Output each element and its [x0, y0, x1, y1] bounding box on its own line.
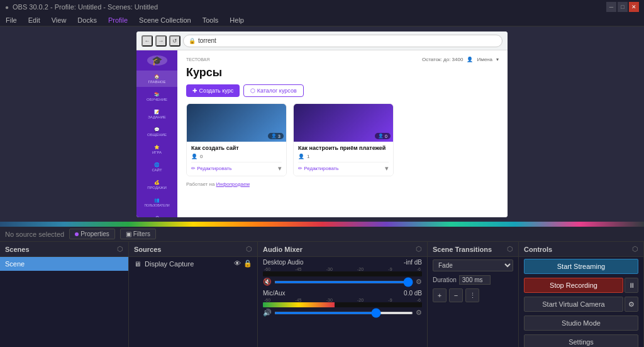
create-course-button[interactable]: ✚ Создать курс [186, 84, 240, 97]
source-label: No source selected [5, 230, 64, 238]
menu-bar: File Edit View Docks Profile Scene Colle… [0, 14, 644, 26]
browser-area: ← → ↺ 🔒 torrent 🎓 🏠 ГЛАВНОЕ 📚 [0, 26, 644, 222]
menu-edit[interactable]: Edit [26, 16, 42, 25]
transition-settings-button[interactable]: ⋮ [465, 288, 479, 302]
pause-recording-button[interactable]: ⏸ [625, 278, 638, 293]
minimize-button[interactable]: ─ [606, 2, 616, 12]
course-1-expand[interactable]: ▾ [278, 164, 282, 173]
mic-audio-controls: 🔊 ⚙ [263, 309, 422, 317]
sidebar-item-main[interactable]: 🏠 ГЛАВНОЕ [136, 71, 177, 87]
course-card-1-stats: 👤 0 [191, 154, 282, 159]
window-controls: ─ □ ✕ [606, 2, 639, 12]
menu-tools[interactable]: Tools [201, 16, 221, 25]
desktop-settings-icon[interactable]: ⚙ [416, 278, 422, 286]
remove-transition-button[interactable]: − [449, 288, 463, 302]
add-transition-button[interactable]: + [433, 288, 447, 302]
course-card-2-stats: 👤 1 [298, 154, 389, 159]
course-card-2-overlay: 👤 0 [375, 133, 391, 139]
course-1-students: 3 [278, 134, 280, 139]
transitions-panel: Scene Transitions ⬡ Fade Duration + − ⋮ [428, 242, 519, 347]
menu-help[interactable]: Help [228, 16, 246, 25]
sidebar-label-site: САЙТ [152, 168, 162, 172]
browser-forward[interactable]: → [155, 35, 167, 47]
course-1-edit[interactable]: ✏ Редактировать [191, 166, 231, 171]
sidebar-label-tasks: ЗАДАНИЕ [148, 115, 166, 119]
course-card-1: 👤 3 Как создать сайт 👤 0 ✏ Редакти [186, 103, 287, 176]
user-dropdown-icon[interactable]: ▾ [496, 57, 499, 62]
sidebar-item-users[interactable]: 👥 ПОЛЬЗОВАТЕЛИ [136, 194, 177, 210]
audio-collapse-icon[interactable]: ⬡ [416, 245, 422, 253]
menu-file[interactable]: File [4, 16, 19, 25]
controls-panel-header: Controls ⬡ [519, 242, 643, 257]
user-avatar: 👤 [467, 57, 473, 62]
url-bar[interactable]: 🔒 torrent [183, 35, 502, 47]
desktop-mute-icon[interactable]: 🔇 [263, 278, 272, 286]
course-card-1-actions: ✏ Редактировать ▾ [191, 162, 282, 173]
sidebar-item-education[interactable]: 📚 ОБУЧЕНИЕ [136, 88, 177, 105]
sidebar-item-tasks[interactable]: 📝 ЗАДАНИЕ [136, 106, 177, 122]
sidebar-item-game[interactable]: ⭐ ИГРА [136, 141, 177, 157]
properties-dot-icon [75, 232, 79, 236]
course-2-expand[interactable]: ▾ [385, 164, 389, 173]
course-card-1-body: Как создать сайт 👤 0 ✏ Редактировать ▾ [187, 142, 286, 176]
scene-item-scene[interactable]: Scene [0, 257, 128, 271]
course-2-edit[interactable]: ✏ Редактировать [298, 166, 338, 171]
browser-back[interactable]: ← [142, 35, 153, 47]
catalog-courses-button[interactable]: ⬡ Каталог курсов [243, 84, 304, 97]
platform-content: 🎓 🏠 ГЛАВНОЕ 📚 ОБУЧЕНИЕ 📝 ЗАДАНИЕ 💬 ОБЩЕН… [136, 50, 508, 217]
menu-docks[interactable]: Docks [75, 16, 99, 25]
maximize-button[interactable]: □ [618, 2, 628, 12]
audio-panel-header: Audio Mixer ⬡ [258, 242, 427, 257]
source-item-icons: 👁 🔒 [234, 259, 252, 268]
studio-mode-button[interactable]: Studio Mode [524, 316, 638, 331]
scenes-collapse-icon[interactable]: ⬡ [117, 245, 123, 253]
sidebar-item-site[interactable]: 🌐 САЙТ [136, 159, 177, 175]
source-item-display[interactable]: 🖥 Display Capture 👁 🔒 [129, 257, 257, 270]
duration-label: Duration [433, 276, 457, 283]
virtual-camera-row: Start Virtual Camera ⚙ [524, 297, 638, 312]
controls-panel: Controls ⬡ Start Streaming Stop Recordin… [519, 242, 644, 347]
filters-button[interactable]: ▣ Filters [120, 229, 156, 239]
platform-logo: 🎓 [147, 55, 167, 65]
sources-list: 🖥 Display Capture 👁 🔒 [129, 257, 257, 347]
sources-panel-header: Sources ⬡ [129, 242, 257, 257]
close-button[interactable]: ✕ [629, 2, 639, 12]
menu-profile[interactable]: Profile [106, 16, 130, 25]
sources-collapse-icon[interactable]: ⬡ [246, 245, 252, 253]
desktop-volume-slider[interactable] [274, 281, 413, 283]
virtual-camera-button[interactable]: Start Virtual Camera [524, 297, 623, 312]
controls-collapse-icon[interactable]: ⬡ [632, 245, 638, 253]
course-2-students: 0 [385, 134, 387, 139]
start-streaming-button[interactable]: Start Streaming [524, 259, 638, 274]
sidebar-label-users: ПОЛЬЗОВАТЕЛИ [144, 203, 169, 207]
url-text: torrent [198, 37, 216, 44]
browser-refresh[interactable]: ↺ [169, 35, 180, 47]
course-card-1-image: 👤 3 [187, 104, 286, 142]
platform-footer-link[interactable]: Инфопродаем [216, 181, 250, 187]
audio-track-desktop-header: Desktop Audio -inf dB [263, 259, 422, 266]
source-eye-icon[interactable]: 👁 [234, 259, 241, 268]
menu-view[interactable]: View [50, 16, 69, 25]
sidebar-item-sales[interactable]: 💰 ПРОДАЖИ [136, 176, 177, 193]
settings-button[interactable]: Settings [524, 334, 638, 347]
duration-input[interactable] [459, 275, 491, 285]
transitions-collapse-icon[interactable]: ⬡ [507, 245, 513, 253]
virtual-camera-settings-button[interactable]: ⚙ [625, 297, 638, 312]
sidebar-label-main: ГЛАВНОЕ [148, 80, 166, 84]
menu-scene-collection[interactable]: Scene Collection [137, 16, 193, 25]
stop-recording-button[interactable]: Stop Recording [524, 278, 623, 293]
desktop-meter-bar [263, 271, 422, 276]
transition-type-select[interactable]: Fade [433, 259, 513, 271]
sidebar-item-chat[interactable]: 💬 ОБЩЕНИЕ [136, 123, 177, 140]
course-card-2-body: Как настроить приём платежей 👤 1 ✏ Редак… [294, 142, 393, 176]
mic-mute-icon[interactable]: 🔊 [263, 309, 272, 317]
mic-audio-db: 0.0 dB [404, 290, 422, 297]
source-lock-icon[interactable]: 🔒 [243, 259, 252, 268]
mic-settings-icon[interactable]: ⚙ [416, 309, 422, 317]
course-card-1-overlay: 👤 3 [268, 133, 284, 139]
properties-button[interactable]: Properties [69, 229, 115, 239]
mic-volume-slider[interactable] [274, 312, 413, 314]
platform-brand: ТЕСТОВАЯ [186, 57, 209, 62]
balance-text: Остаток: до: 3400 [422, 57, 463, 62]
sidebar-item-settings[interactable]: ⚙ НАСТРОЙКИ [136, 212, 177, 217]
